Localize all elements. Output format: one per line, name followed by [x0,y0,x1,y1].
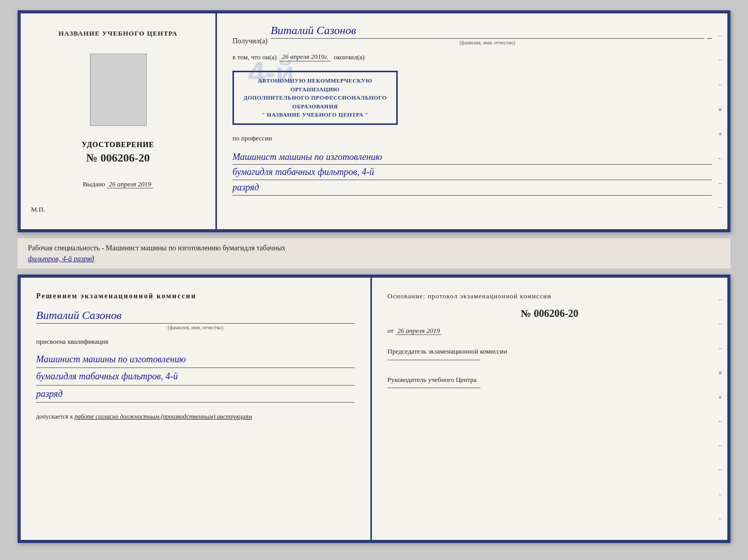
right-side-marks: – – – и а ← – – [716,13,724,229]
cert-left-panel: НАЗВАНИЕ УЧЕБНОГО ЦЕНТРА УДОСТОВЕРЕНИЕ №… [21,13,217,229]
dopuskaetsya-block: допускается к работе согласно должностны… [36,413,355,421]
fio-hint-bottom: (фамилия, имя, отчество) [36,325,355,330]
profession-block-top: Машинист машины по изготовлению бумагидл… [232,150,712,196]
osnovanie-label: Основание: протокол экзаменационной коми… [387,292,712,300]
udostoverenie-label: УДОСТОВЕРЕНИЕ [82,141,154,149]
photo-placeholder [90,54,147,126]
prof-line1-top: Машинист машины по изготовлению [232,150,712,165]
prof-line3-bottom: разряд [36,386,355,403]
prof-line2-top: бумагидля табачных фильтров, 4-й [232,165,712,180]
vydano-block: Выдано 26 апреля 2019 [83,180,153,188]
dash-separator: – [707,33,712,43]
recipient-name-bottom: Виталий Сазонов [36,309,355,324]
resheniyem-label: Решением экзаменационной комиссии [36,292,355,300]
dopuskaetsya-text: работе согласно должностным (производств… [74,413,252,420]
rukovoditel-block: Руководитель учебного Центра [387,375,712,392]
recipient-name-top: Виталий Сазонов [271,24,704,39]
prof-line1-bottom: Машинист машины по изготовлению [36,351,355,368]
protocol-date: от 26 апреля 2019 [387,327,712,335]
prisvoena-label: присвоена квалификация [36,338,355,346]
vydano-label: Выдано [83,180,105,188]
udostoverenie-block: УДОСТОВЕРЕНИЕ № 006206-20 [82,141,154,165]
vydano-date: 26 апреля 2019 [107,180,153,188]
protocol-date-value: 26 апреля 2019 [395,327,442,335]
prof-line2-bottom: бумагидля табачных фильтров, 4-й [36,368,355,385]
predsedatel-label: Председатель экзаменационной комиссии [387,347,507,355]
prof-line3-top: разряд [232,180,712,196]
cert-number-top: № 006206-20 [82,151,154,165]
bottom-left-panel: Решением экзаменационной комиссии Витали… [21,278,372,540]
protocol-number: № 006206-20 [387,308,712,319]
separator-text-underlined: фильтров, 4-й разряд [28,255,94,263]
poluchil-label: Получил(а) [232,37,268,45]
ot-label: от [387,327,394,334]
vtom-label: в том, что он(а) [232,53,277,61]
predsedatel-block: Председатель экзаменационной комиссии [387,346,712,363]
bottom-right-panel: Основание: протокол экзаменационной коми… [372,278,727,540]
cert-right-panel: Получил(а) Виталий Сазонов (фамилия, имя… [217,13,727,229]
okonchil-label: окончил(а) [334,53,365,61]
mp-label: М.П. [31,205,45,214]
stamp-box: АВТОНОМНУЮ НЕКОММЕРЧЕСКУЮ ОРГАНИЗАЦИЮ ДО… [232,71,398,125]
fio-hint-top: (фамилия, имя, отчество) [271,40,704,45]
vtom-date: 26 апреля 2019г. [280,53,331,61]
vtom-row: в том, что он(а) 26 апреля 2019г. окончи… [232,53,712,61]
right-side-marks-bottom: – – – и а ← – – – – [716,278,724,540]
separator-text-plain: Рабочая специальность - Машинист машины … [28,244,286,252]
rukovoditel-label: Руководитель учебного Центра [387,376,477,383]
profession-block-bottom: Машинист машины по изготовлению бумагидл… [36,351,355,403]
rukovoditel-signature-line [387,388,480,388]
stamp-line2: ДОПОЛНИТЕЛЬНОГО ПРОФЕССИОНАЛЬНОГО ОБРАЗО… [241,93,389,110]
stamp-line3: " НАЗВАНИЕ УЧЕБНОГО ЦЕНТРА " [241,110,389,119]
po-professii-label: по профессии [232,134,712,142]
school-name-top: НАЗВАНИЕ УЧЕБНОГО ЦЕНТРА [58,29,178,38]
separator-row: Рабочая специальность - Машинист машины … [18,238,730,268]
predsedatel-signature-line [387,360,480,360]
certificate-top: НАЗВАНИЕ УЧЕБНОГО ЦЕНТРА УДОСТОВЕРЕНИЕ №… [18,10,730,232]
stamp-line1: АВТОНОМНУЮ НЕКОММЕРЧЕСКУЮ ОРГАНИЗАЦИЮ [241,76,389,93]
certificate-bottom: Решением экзаменационной комиссии Витали… [18,275,730,543]
dopuskaetsya-label: допускается к [36,413,73,420]
